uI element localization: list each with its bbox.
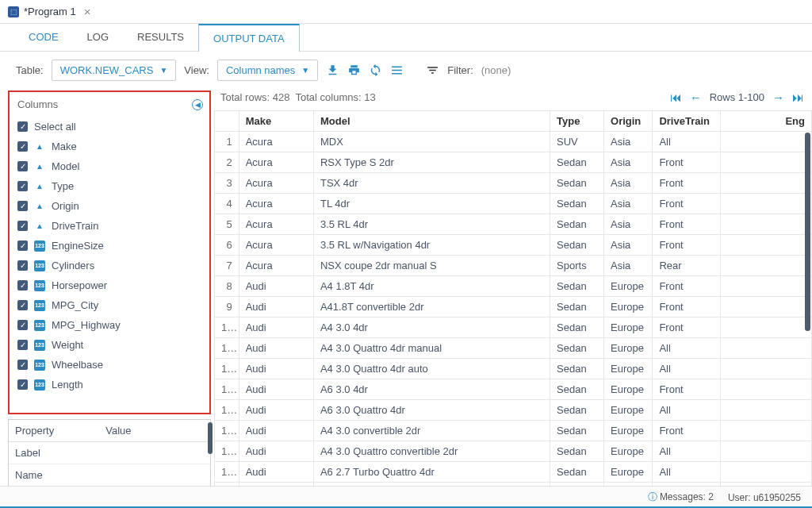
cell-drivetrain[interactable]: Front [653, 421, 720, 441]
cell-type[interactable]: Sedan [550, 297, 604, 318]
table-row[interactable]: 15AudiA4 3.0 convertible 2drSedanEuropeF… [215, 421, 812, 441]
property-row[interactable]: Name [9, 464, 210, 487]
table-row[interactable]: 6Acura3.5 RL w/Navigation 4drSedanAsiaFr… [215, 235, 812, 256]
cell-make[interactable]: Audi [239, 379, 313, 400]
cell-type[interactable]: Sedan [550, 359, 604, 379]
checkbox[interactable] [17, 300, 28, 310]
cell-rownum[interactable]: 13 [215, 379, 239, 400]
cell-origin[interactable]: Europe [604, 318, 653, 338]
cell-model[interactable]: A4 3.0 convertible 2dr [313, 421, 550, 441]
cell-rownum[interactable]: 16 [215, 441, 239, 462]
cell-type[interactable]: Sedan [550, 400, 604, 421]
cell-make[interactable]: Acura [239, 214, 313, 235]
cell-eng[interactable] [720, 194, 811, 214]
close-icon[interactable]: × [84, 5, 91, 18]
messages-count[interactable]: Messages: 2 [660, 491, 714, 502]
cell-drivetrain[interactable]: Front [653, 276, 720, 297]
tab-code[interactable]: CODE [14, 24, 73, 51]
tab-log[interactable]: LOG [73, 24, 123, 51]
cell-drivetrain[interactable]: Front [653, 152, 720, 173]
cell-eng[interactable] [720, 462, 811, 483]
cell-model[interactable]: A4 3.0 4dr [313, 318, 550, 338]
cell-rownum[interactable]: 4 [215, 194, 239, 214]
cell-drivetrain[interactable]: Front [653, 235, 720, 256]
cell-eng[interactable] [720, 297, 811, 318]
cell-origin[interactable]: Asia [604, 152, 653, 173]
col-header-type[interactable]: Type [550, 111, 604, 132]
cell-model[interactable]: 3.5 RL w/Navigation 4dr [313, 235, 550, 256]
cell-make[interactable]: Audi [239, 359, 313, 379]
cell-eng[interactable] [720, 152, 811, 173]
cell-model[interactable]: A6 3.0 Quattro 4dr [313, 400, 550, 421]
column-item[interactable]: 123Cylinders [16, 256, 206, 275]
property-row[interactable]: Label [9, 442, 210, 464]
prev-page-icon[interactable]: ← [690, 90, 702, 104]
select-all-row[interactable]: Select all [16, 117, 206, 137]
col-header-drivetrain[interactable]: DriveTrain [653, 111, 720, 132]
cell-origin[interactable]: Asia [604, 173, 653, 194]
table-row[interactable]: 13AudiA6 3.0 4drSedanEuropeFront [215, 379, 812, 400]
cell-type[interactable]: Sedan [550, 214, 604, 235]
cell-make[interactable]: Acura [239, 235, 313, 256]
cell-type[interactable]: Sedan [550, 379, 604, 400]
checkbox-select-all[interactable] [17, 121, 28, 132]
cell-eng[interactable] [720, 441, 811, 462]
table-row[interactable]: 1AcuraMDXSUVAsiaAll [215, 132, 812, 152]
cell-make[interactable]: Audi [239, 400, 313, 421]
cell-make[interactable]: Audi [239, 421, 313, 441]
cell-rownum[interactable]: 9 [215, 297, 239, 318]
checkbox[interactable] [17, 201, 28, 211]
tab-results[interactable]: RESULTS [123, 24, 198, 51]
cell-origin[interactable]: Asia [604, 132, 653, 152]
column-item[interactable]: ▲Make [16, 137, 206, 156]
cell-eng[interactable] [720, 256, 811, 276]
cell-origin[interactable]: Asia [604, 235, 653, 256]
table-row[interactable]: 14AudiA6 3.0 Quattro 4drSedanEuropeAll [215, 400, 812, 421]
cell-type[interactable]: Sedan [550, 194, 604, 214]
table-row[interactable]: 2AcuraRSX Type S 2drSedanAsiaFront [215, 152, 812, 173]
filter-icon[interactable] [426, 64, 439, 77]
cell-rownum[interactable]: 5 [215, 214, 239, 235]
cell-model[interactable]: TSX 4dr [313, 173, 550, 194]
col-header-make[interactable]: Make [239, 111, 313, 132]
cell-origin[interactable]: Europe [604, 338, 653, 359]
checkbox[interactable] [17, 141, 28, 152]
cell-model[interactable]: A4 1.8T 4dr [313, 276, 550, 297]
collapse-columns-icon[interactable]: ◀ [192, 99, 203, 110]
cell-drivetrain[interactable]: Front [653, 173, 720, 194]
table-row[interactable]: 11AudiA4 3.0 Quattro 4dr manualSedanEuro… [215, 338, 812, 359]
program-tab[interactable]: ⬚ *Program 1 × [0, 0, 812, 24]
cell-type[interactable]: Sedan [550, 441, 604, 462]
cell-origin[interactable]: Europe [604, 462, 653, 483]
cell-rownum[interactable]: 10 [215, 318, 239, 338]
cell-drivetrain[interactable]: All [653, 441, 720, 462]
col-header-origin[interactable]: Origin [604, 111, 653, 132]
cell-rownum[interactable]: 14 [215, 400, 239, 421]
cell-make[interactable]: Acura [239, 152, 313, 173]
cell-drivetrain[interactable]: All [653, 462, 720, 483]
table-row[interactable]: 8AudiA4 1.8T 4drSedanEuropeFront [215, 276, 812, 297]
cell-eng[interactable] [720, 132, 811, 152]
cell-rownum[interactable]: 8 [215, 276, 239, 297]
table-row[interactable]: 17AudiA6 2.7 Turbo Quattro 4drSedanEurop… [215, 462, 812, 483]
column-item[interactable]: 123EngineSize [16, 236, 206, 256]
cell-eng[interactable] [720, 379, 811, 400]
rownum-header[interactable] [215, 111, 239, 132]
cell-origin[interactable]: Europe [604, 421, 653, 441]
cell-origin[interactable]: Europe [604, 379, 653, 400]
tab-output-data[interactable]: OUTPUT DATA [198, 24, 300, 52]
cell-eng[interactable] [720, 359, 811, 379]
cell-type[interactable]: Sedan [550, 338, 604, 359]
last-page-icon[interactable]: ⏭ [792, 90, 804, 104]
col-header-model[interactable]: Model [313, 111, 550, 132]
cell-type[interactable]: Sports [550, 256, 604, 276]
cell-rownum[interactable]: 3 [215, 173, 239, 194]
export-icon[interactable] [326, 64, 339, 77]
cell-make[interactable]: Audi [239, 276, 313, 297]
table-row[interactable]: 5Acura3.5 RL 4drSedanAsiaFront [215, 214, 812, 235]
table-row[interactable]: 12AudiA4 3.0 Quattro 4dr autoSedanEurope… [215, 359, 812, 379]
cell-origin[interactable]: Asia [604, 214, 653, 235]
cell-model[interactable]: A6 3.0 4dr [313, 379, 550, 400]
cell-drivetrain[interactable]: Front [653, 297, 720, 318]
table-row[interactable]: 9AudiA41.8T convertible 2drSedanEuropeFr… [215, 297, 812, 318]
